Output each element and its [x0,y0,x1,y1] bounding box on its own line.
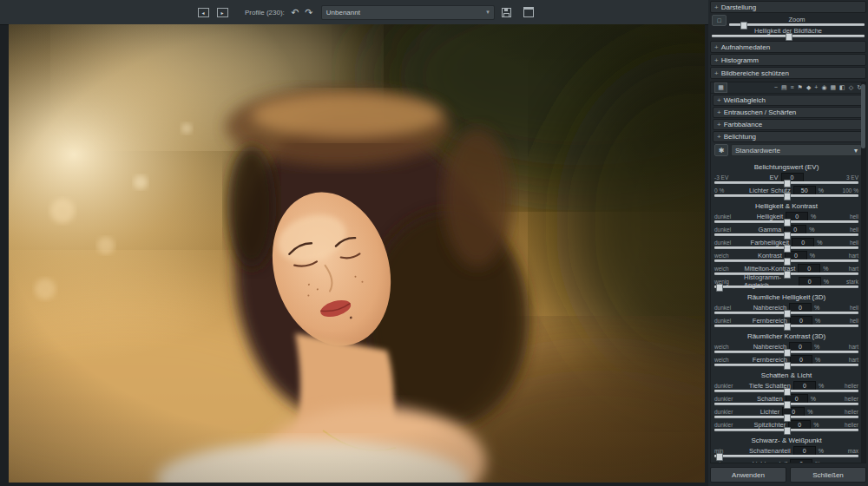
slider-max-label: max [829,461,858,463]
slider-track[interactable] [714,312,858,314]
slider-track[interactable] [714,220,858,223]
slider-value-input[interactable]: 0 [792,238,814,247]
slider-track[interactable] [714,429,858,431]
slider-max-label: hell [829,305,858,311]
display-slider-row: □Zoom [712,15,865,26]
slider-track[interactable] [714,403,858,405]
slider-track[interactable] [712,35,865,37]
slider-value-input[interactable]: 0 [790,355,812,364]
slider-max-label: hart [829,357,858,363]
slider-thumb[interactable] [784,362,791,370]
display-slider-row: Helligkeit der Bildfläche [712,27,865,37]
profile-dropdown[interactable]: Unbenannt ▾ [321,5,495,20]
half-square-icon[interactable]: ◧ [839,83,845,92]
slider-track[interactable] [714,194,858,197]
slider-thumb[interactable] [784,414,791,422]
close-button[interactable]: Schließen [790,467,866,483]
slider-unit: % [814,305,819,311]
slider-thumb[interactable] [784,232,791,240]
module-header-farbbalance[interactable]: +Farbbalance [713,119,864,130]
slider-value-input[interactable]: 0 [798,264,820,273]
panel-title: Darstellung [721,3,756,11]
slider-thumb[interactable] [784,401,791,409]
previous-image-icon[interactable]: ◂ [196,6,210,18]
slider-track[interactable] [714,390,858,392]
list-icon[interactable]: ≡ [791,83,794,92]
panel-header-darstellung[interactable]: + Darstellung [710,1,866,13]
preset-dropdown[interactable]: Standardwerte ▾ [731,144,862,156]
slider-value-input[interactable]: 0 [799,277,821,286]
diamond-outline-icon[interactable]: ◇ [849,83,853,92]
slider-max-label: hell [829,227,858,233]
fit-view-icon[interactable]: □ [712,15,727,26]
slider-value-input[interactable]: 0 [793,381,816,391]
slider-thumb[interactable] [716,453,723,461]
panel-icon[interactable]: ▤ [781,83,787,92]
add-icon[interactable]: + [814,83,818,92]
slider-thumb[interactable] [784,245,791,253]
grid-small-icon[interactable]: ▦ [830,83,836,92]
slider-min-label: weich [714,253,744,259]
image-canvas[interactable] [9,24,705,483]
slider-track[interactable] [714,416,858,418]
scrollbar[interactable] [861,82,865,463]
panel-header-aufnahmedaten[interactable]: +Aufnahmedaten [710,41,866,53]
slider-value-input[interactable]: 0 [790,316,812,325]
slider-thumb[interactable] [784,180,791,187]
slider-thumb[interactable] [784,349,791,357]
slider-thumb[interactable] [784,323,791,331]
slider-thumb[interactable] [716,284,723,292]
slider-track[interactable] [729,23,865,26]
gear-icon[interactable]: ✱ [714,144,728,156]
module-header-belichtung[interactable]: +Belichtung [713,131,864,142]
slider-unit: % [819,383,824,389]
scrollbar-thumb[interactable] [861,84,865,148]
slider-thumb[interactable] [784,193,791,200]
module-header-entrauschen-sch-rfen[interactable]: +Entrauschen / Schärfen [713,107,864,118]
slider-track[interactable] [714,181,858,184]
grid-icon[interactable]: ▦ [714,82,727,93]
slider-thumb[interactable] [784,388,791,396]
apply-button[interactable]: Anwenden [710,467,786,483]
slider-value-input[interactable]: 0 [789,342,812,351]
slider-value-input[interactable]: 0 [793,446,816,456]
slider-thumb[interactable] [784,310,791,318]
module-header-wei-abgleich[interactable]: +Weißabgleich [713,95,864,106]
slider-max-label: 3 EV [829,174,858,181]
slider-thumb[interactable] [784,258,791,266]
slider-thumb[interactable] [784,271,791,279]
section-heading: Belichtungswert (EV) [714,163,858,171]
slider-thumb[interactable] [784,219,791,227]
slider-value-input[interactable]: 0 [790,459,812,463]
slider-thumb[interactable] [784,427,791,435]
save-profile-icon[interactable] [502,8,511,17]
slider-track[interactable] [714,325,858,327]
minus-icon[interactable]: − [774,83,778,92]
slider-track[interactable] [714,455,858,457]
slider-track[interactable] [714,364,858,366]
slider-track[interactable] [714,286,858,288]
window-layout-icon[interactable] [523,7,534,17]
section-heading: Räumlicher Kontrast (3D) [714,332,858,340]
slider-track[interactable] [714,273,858,275]
target-icon[interactable]: ◉ [821,83,826,92]
slider-label: Lichter [760,408,780,416]
redo-icon[interactable]: ↷ [302,6,316,18]
slider-value-input[interactable]: 0 [789,303,812,312]
slider-track[interactable] [714,233,858,236]
slider-value-input[interactable]: 50 [793,186,816,195]
slider-max-label: hart [829,344,858,350]
slider-track[interactable] [714,246,858,249]
slider-value-input[interactable]: 0 [788,420,811,430]
slider-track[interactable] [714,351,858,353]
panel-header-histogramm[interactable]: +Histogramm [710,54,866,66]
panel-header-bildbereiche-sch-tzen[interactable]: +Bildbereiche schützen [710,67,866,79]
undo-icon[interactable]: ↶ [288,6,302,18]
slider-thumb[interactable] [786,33,792,41]
flag-icon[interactable]: ⚑ [798,83,803,92]
slider-max-label: hart [829,266,858,272]
next-image-icon[interactable]: ▸ [215,6,229,18]
slider-track[interactable] [714,259,858,262]
diamond-icon[interactable]: ◆ [806,83,811,92]
slider-thumb[interactable] [740,22,747,30]
